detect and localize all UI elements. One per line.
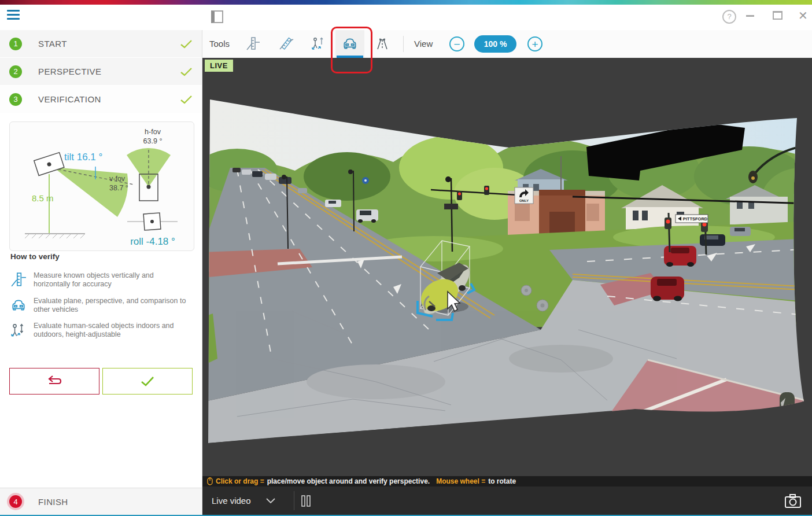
help-button[interactable]: ?: [722, 10, 736, 24]
tools-label: Tools: [209, 30, 230, 58]
finish-number-badge: 4: [9, 495, 22, 508]
chevron-down-icon: [266, 498, 275, 503]
view-label: View: [414, 30, 433, 58]
step-check-icon: [180, 95, 193, 104]
verification-actions: [9, 368, 193, 395]
step-check-icon: [180, 67, 193, 76]
zoom-out-button[interactable]: −: [449, 36, 464, 51]
tool-vehicle-button[interactable]: [335, 30, 364, 58]
panel-toggle-icon[interactable]: [211, 10, 223, 23]
camera-geometry-diagram: 8.5 m tilt 16.1 ° v-fov 38.7 ° h-fov 63.…: [9, 121, 194, 251]
hfov-label: h-fov: [145, 128, 161, 136]
how-to-verify-section: How to verify Measure known objects vert…: [10, 252, 194, 347]
toolbar-divider: [403, 36, 404, 52]
verify-item-text: Evaluate human-scaled objects indoors an…: [34, 322, 189, 340]
control-bar-divider: [294, 491, 294, 510]
finish-label: FINISH: [38, 497, 193, 507]
step-row-finish[interactable]: 4 FINISH: [0, 488, 202, 515]
step-check-icon: [180, 39, 193, 49]
brand-stripe: [0, 0, 812, 5]
step-label: VERIFICATION: [38, 94, 180, 104]
wheel-hint-label: Mouse wheel =: [436, 477, 485, 485]
verify-item-text: Measure known objects vertically and hor…: [34, 271, 189, 289]
tool-measure-vertical-button[interactable]: [238, 30, 267, 58]
tool-measure-angled-button[interactable]: [272, 30, 301, 58]
turn-sign-text: ONLY: [519, 199, 529, 202]
verify-item-text: Evaluate plane, perspective, and compari…: [34, 297, 189, 315]
vehicle-tool-icon: [342, 36, 358, 52]
step-label: START: [38, 39, 180, 49]
maximize-button[interactable]: [773, 11, 783, 20]
video-source-label: Live video: [212, 496, 251, 506]
angled-ruler-icon: [279, 36, 294, 51]
step-row-perspective[interactable]: 2 PERSPECTIVE: [0, 58, 202, 85]
step-number-badge: 3: [9, 93, 22, 106]
person-scale-icon: [311, 36, 326, 51]
ruler-icon: [10, 272, 27, 288]
step-row-verification[interactable]: 3 VERIFICATION: [0, 86, 202, 113]
pause-icon: [301, 495, 311, 507]
app-window: ? ✕ 1 START 2 PERSPECTIVE 3 VERIFICATION: [0, 0, 812, 516]
confirm-check-icon: [140, 375, 155, 387]
hamburger-menu-button[interactable]: [7, 10, 20, 22]
person-scale-icon: [10, 322, 27, 338]
video-control-bar: Live video: [202, 486, 812, 515]
video-source-select[interactable]: Live video: [212, 486, 275, 515]
tool-person-scale-button[interactable]: [304, 30, 333, 58]
road-tool-icon: [375, 36, 390, 51]
tool-road-button[interactable]: [368, 30, 397, 58]
video-canvas[interactable]: ONLY PITTSFORD: [202, 58, 812, 476]
step-label: PERSPECTIVE: [38, 67, 180, 76]
minimize-button[interactable]: [746, 15, 754, 17]
undo-button[interactable]: [9, 368, 99, 395]
titlebar: ? ✕: [0, 5, 812, 30]
main-area: Tools: [202, 30, 812, 515]
hfov-value: 63.9 °: [143, 137, 163, 145]
undo-arrow-icon: [46, 375, 63, 388]
close-button[interactable]: ✕: [798, 8, 808, 23]
car-icon: [10, 297, 27, 314]
zoom-in-button[interactable]: +: [527, 36, 542, 51]
wizard-sidebar: 1 START 2 PERSPECTIVE 3 VERIFICATION: [0, 30, 202, 515]
verify-item-measure: Measure known objects vertically and hor…: [10, 271, 194, 289]
zoom-level-badge[interactable]: 100 %: [474, 35, 516, 53]
click-hint-label: Click or drag =: [216, 477, 264, 485]
step-number-badge: 2: [9, 65, 22, 78]
mount-height-value: 8.5 m: [32, 193, 54, 203]
camera-scene: ONLY PITTSFORD: [202, 58, 812, 476]
step-number-badge: 1: [9, 38, 22, 50]
snapshot-button[interactable]: [784, 493, 802, 511]
click-hint-text: place/move object around and verify pers…: [267, 477, 430, 485]
verify-item-person: Evaluate human-scaled objects indoors an…: [10, 322, 194, 340]
how-to-verify-heading: How to verify: [10, 252, 194, 261]
street-sign-text: PITTSFORD: [683, 216, 708, 222]
tilt-value: tilt 16.1 °: [64, 152, 102, 163]
confirm-button[interactable]: [102, 368, 193, 395]
tools-toolbar: Tools: [202, 30, 812, 58]
vfov-value: 38.7 °: [109, 184, 128, 192]
vfov-label: v-fov: [109, 175, 126, 183]
mouse-icon: [207, 477, 213, 485]
instruction-bar: Click or drag = place/move object around…: [202, 476, 812, 486]
camera-snapshot-icon: [784, 493, 802, 508]
verify-item-vehicle: Evaluate plane, perspective, and compari…: [10, 297, 194, 315]
pause-button[interactable]: [301, 495, 311, 509]
step-row-start[interactable]: 1 START: [0, 30, 202, 57]
roll-value: roll -4.18 °: [130, 236, 175, 247]
wheel-hint-text: to rotate: [488, 477, 516, 485]
vertical-ruler-icon: [245, 36, 260, 51]
live-badge: LIVE: [205, 60, 233, 72]
